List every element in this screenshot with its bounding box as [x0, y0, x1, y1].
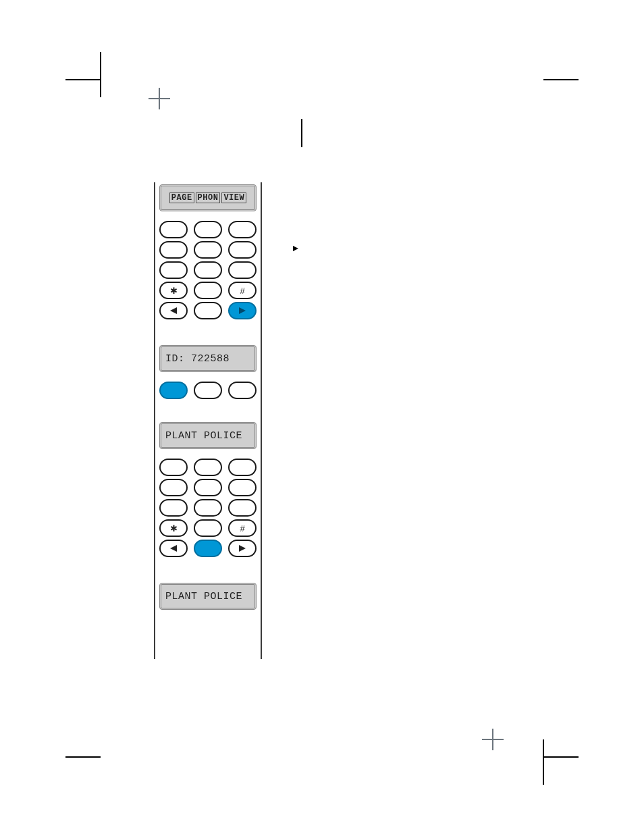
key-hash[interactable]: #: [228, 519, 257, 537]
crop-mark: [543, 79, 579, 80]
step-1: PAGE PHON VIEW ✱ #: [154, 182, 262, 328]
keypad-partial: [159, 382, 257, 399]
key-3[interactable]: [228, 221, 257, 238]
key-6[interactable]: [228, 241, 257, 259]
key-menu[interactable]: [194, 302, 222, 319]
lcd-segment: VIEW: [221, 192, 246, 203]
key-2[interactable]: [194, 459, 222, 476]
svg-marker-3: [170, 545, 177, 552]
arrow-left-icon: [170, 545, 177, 552]
lcd-display: PAGE PHON VIEW: [159, 184, 257, 211]
svg-marker-4: [239, 545, 246, 552]
svg-marker-1: [170, 307, 177, 314]
crop-mark: [65, 756, 101, 758]
key-8[interactable]: [194, 261, 222, 279]
key-1[interactable]: [159, 382, 188, 399]
arrow-left-icon: [170, 307, 177, 314]
crop-mark: [543, 756, 579, 758]
step-2: ID: 722588: [154, 340, 262, 407]
registration-mark: [482, 729, 504, 750]
crop-mark: [543, 739, 544, 785]
pointer-icon: [293, 242, 298, 254]
lcd-segment: PHON: [196, 192, 221, 203]
key-5[interactable]: [194, 479, 222, 496]
key-star[interactable]: ✱: [159, 282, 188, 299]
key-7[interactable]: [159, 499, 188, 517]
lcd-text: PLANT POLICE: [165, 591, 242, 602]
step-4: PLANT POLICE: [154, 577, 262, 615]
key-6[interactable]: [228, 479, 257, 496]
key-2[interactable]: [194, 382, 222, 399]
lcd-text: ID: 722588: [165, 353, 230, 365]
key-3[interactable]: [228, 382, 257, 399]
registration-mark: [149, 88, 170, 109]
key-0[interactable]: [194, 519, 222, 537]
lcd-display: PLANT POLICE: [159, 422, 257, 449]
key-1[interactable]: [159, 459, 188, 476]
lcd-display: ID: 722588: [159, 345, 257, 372]
key-5[interactable]: [194, 241, 222, 259]
arrow-right-icon: [239, 545, 246, 552]
key-1[interactable]: [159, 221, 188, 238]
keypad: ✱ #: [159, 459, 257, 557]
key-star[interactable]: ✱: [159, 519, 188, 537]
key-hash[interactable]: #: [228, 282, 257, 299]
key-8[interactable]: [194, 499, 222, 517]
key-left[interactable]: [159, 302, 188, 319]
key-right[interactable]: [228, 540, 257, 557]
key-9[interactable]: [228, 261, 257, 279]
lcd-text: PLANT POLICE: [165, 430, 242, 442]
svg-marker-2: [239, 307, 246, 314]
key-4[interactable]: [159, 241, 188, 259]
instruction-column: PAGE PHON VIEW ✱ #: [154, 182, 262, 659]
key-3[interactable]: [228, 459, 257, 476]
svg-marker-0: [293, 246, 298, 251]
arrow-right-icon: [239, 307, 246, 314]
crop-mark: [65, 79, 101, 80]
key-4[interactable]: [159, 479, 188, 496]
lcd-display: PLANT POLICE: [159, 583, 257, 610]
lcd-segment: PAGE: [169, 192, 194, 203]
step-3: PLANT POLICE ✱ #: [154, 417, 262, 565]
crop-mark: [100, 52, 101, 97]
key-7[interactable]: [159, 261, 188, 279]
top-center-mark: [301, 119, 302, 147]
key-2[interactable]: [194, 221, 222, 238]
key-left[interactable]: [159, 540, 188, 557]
key-right[interactable]: [228, 302, 257, 319]
key-0[interactable]: [194, 282, 222, 299]
key-menu[interactable]: [194, 540, 222, 557]
key-9[interactable]: [228, 499, 257, 517]
keypad: ✱ #: [159, 221, 257, 319]
